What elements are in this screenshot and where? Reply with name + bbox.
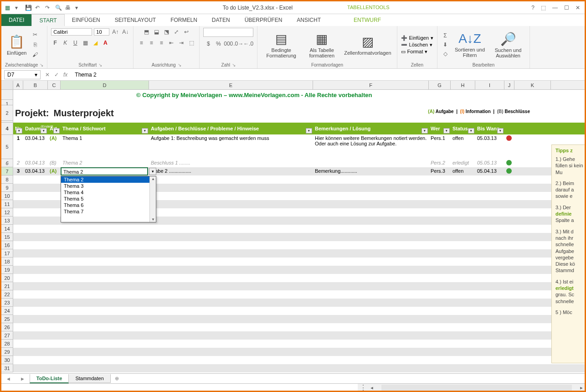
undo-icon[interactable]: ↶ xyxy=(35,5,41,11)
row-header[interactable]: 27 xyxy=(1,331,13,340)
tab-daten[interactable]: DATEN xyxy=(205,14,237,26)
number-format-combo[interactable] xyxy=(203,28,253,37)
cancel-icon[interactable]: ✕ xyxy=(45,72,50,78)
select-all-button[interactable] xyxy=(1,81,13,89)
row-header[interactable]: 22 xyxy=(1,290,13,299)
currency-icon[interactable]: $ xyxy=(204,40,212,48)
row-header[interactable]: 8 xyxy=(1,175,13,184)
italic-icon[interactable]: K xyxy=(61,39,69,47)
dropdown-option[interactable]: Thema 6 xyxy=(61,202,156,208)
col-header-D[interactable]: D xyxy=(61,81,149,89)
filter-thema-icon[interactable]: ▾ xyxy=(142,128,148,134)
grow-font-icon[interactable]: A↑ xyxy=(111,28,119,36)
row-header[interactable]: 14 xyxy=(1,225,13,233)
row-header-7[interactable]: 7 xyxy=(1,167,13,175)
fx-icon[interactable]: fx xyxy=(63,72,67,78)
font-dialog-icon[interactable]: ↘ xyxy=(98,62,102,67)
tab-seitenlayout[interactable]: SEITENLAYOUT xyxy=(108,14,163,26)
indent-inc-icon[interactable]: ⇥ xyxy=(177,39,185,47)
tab-nav-next-icon[interactable]: ► xyxy=(15,376,30,382)
dropdown-option[interactable]: Thema 4 xyxy=(61,189,156,196)
fill-color-icon[interactable]: ◢ xyxy=(91,39,99,47)
filter-bis-icon[interactable]: ▾ xyxy=(497,128,504,134)
row-header[interactable]: 11 xyxy=(1,200,13,208)
dropdown-option[interactable]: Thema 5 xyxy=(61,196,156,202)
row-header[interactable]: 31 xyxy=(1,364,13,372)
row-header[interactable]: 29 xyxy=(1,348,13,356)
align-center-icon[interactable]: ≡ xyxy=(147,39,155,47)
paste-button[interactable]: 📋 Einfügen xyxy=(5,33,28,57)
row-header[interactable]: 24 xyxy=(1,307,13,315)
thousands-icon[interactable]: 000 xyxy=(224,40,232,48)
sort-filter-button[interactable]: A↓ZSortieren und Filtern xyxy=(452,31,488,59)
row-header-5[interactable]: 5 xyxy=(1,134,13,159)
cell-styles-button[interactable]: ▨Zellenformatvorlagen xyxy=(342,33,393,57)
col-header-J[interactable]: J xyxy=(504,81,514,89)
print-icon[interactable]: 🖶 xyxy=(65,5,72,11)
row-header[interactable]: 30 xyxy=(1,356,13,364)
formula-input[interactable]: Thema 2 xyxy=(72,71,585,79)
minimize-icon[interactable]: — xyxy=(552,5,558,11)
row-header[interactable]: 10 xyxy=(1,192,13,200)
row-header[interactable]: 28 xyxy=(1,340,13,348)
col-header-H[interactable]: H xyxy=(451,81,475,89)
filter-datum-icon[interactable]: ▾ xyxy=(41,128,47,134)
add-sheet-icon[interactable]: ⊕ xyxy=(110,376,123,382)
dropdown-option[interactable]: Thema 7 xyxy=(61,208,156,215)
autosum-icon[interactable]: Σ xyxy=(441,31,449,40)
fill-icon[interactable]: ⬇ xyxy=(441,41,449,49)
col-header-F[interactable]: F xyxy=(313,81,429,89)
name-box[interactable]: D7▾ xyxy=(4,70,41,79)
filter-art-icon[interactable]: ▾ xyxy=(53,128,60,134)
worksheet-grid[interactable]: © Copyright by MeineVorlagen – www.Meine… xyxy=(1,90,585,373)
active-cell[interactable]: Thema 2 xyxy=(61,167,148,175)
insert-cells-button[interactable]: ➕Einfügen▾ xyxy=(401,35,433,41)
filter-wer-icon[interactable]: ▾ xyxy=(443,128,450,134)
tab-start[interactable]: START xyxy=(31,14,64,26)
filter-nr-icon[interactable]: ▾ xyxy=(16,128,22,134)
enter-icon[interactable]: ✓ xyxy=(54,72,59,78)
format-painter-icon[interactable]: 🖌 xyxy=(31,51,39,59)
align-middle-icon[interactable]: ⬓ xyxy=(152,28,160,36)
find-select-button[interactable]: 🔎Suchen und Auswählen xyxy=(490,31,526,59)
align-left-icon[interactable]: ≡ xyxy=(137,39,145,47)
tab-ansicht[interactable]: ANSICHT xyxy=(289,14,328,26)
dropdown-scrollbar[interactable] xyxy=(149,176,156,222)
row-header[interactable]: 18 xyxy=(1,258,13,266)
save-icon[interactable]: 💾 xyxy=(25,5,31,11)
redo-icon[interactable]: ↷ xyxy=(45,5,51,11)
border-icon[interactable]: ▦ xyxy=(81,39,89,47)
align-dialog-icon[interactable]: ↘ xyxy=(178,62,181,67)
dec-decimal-icon[interactable]: ←.0 xyxy=(244,40,252,48)
scroll-right-icon[interactable]: ► xyxy=(578,386,585,390)
col-header-E[interactable]: E xyxy=(149,81,313,89)
col-header-C[interactable]: C xyxy=(48,81,61,89)
font-name-combo[interactable]: Calibri xyxy=(51,28,92,36)
close-icon[interactable]: ✕ xyxy=(576,5,580,11)
clear-icon[interactable]: ◇ xyxy=(441,50,449,58)
sheet-tab-todo[interactable]: ToDo-Liste xyxy=(30,374,69,383)
row-header[interactable]: 23 xyxy=(1,299,13,307)
qat-more-icon[interactable]: ▾ xyxy=(75,5,82,11)
row-header[interactable]: 15 xyxy=(1,233,13,241)
orientation-icon[interactable]: ⤢ xyxy=(172,28,180,36)
col-header-B[interactable]: B xyxy=(23,81,48,89)
col-header-G[interactable]: G xyxy=(429,81,451,89)
font-size-combo[interactable]: 10 xyxy=(94,28,109,36)
maximize-icon[interactable]: ☐ xyxy=(564,5,569,11)
row-header[interactable]: 20 xyxy=(1,274,13,282)
row-header-4[interactable]: 4 xyxy=(1,123,13,135)
row-header[interactable]: 13 xyxy=(1,217,13,225)
row-header[interactable]: 16 xyxy=(1,241,13,249)
row-header-1b[interactable]: 1 xyxy=(1,100,13,105)
percent-icon[interactable]: % xyxy=(214,40,222,48)
cut-icon[interactable]: ✂ xyxy=(31,31,39,39)
row-header-2[interactable]: 2 xyxy=(1,105,13,121)
bold-icon[interactable]: F xyxy=(51,39,59,47)
tab-formeln[interactable]: FORMELN xyxy=(163,14,205,26)
splitter-icon[interactable]: ⋮ xyxy=(358,383,369,392)
filter-status-icon[interactable]: ▾ xyxy=(468,128,474,134)
row-header[interactable]: 17 xyxy=(1,249,13,258)
namebox-dropdown-icon[interactable]: ▾ xyxy=(35,72,37,78)
hscroll-track[interactable] xyxy=(381,385,572,391)
